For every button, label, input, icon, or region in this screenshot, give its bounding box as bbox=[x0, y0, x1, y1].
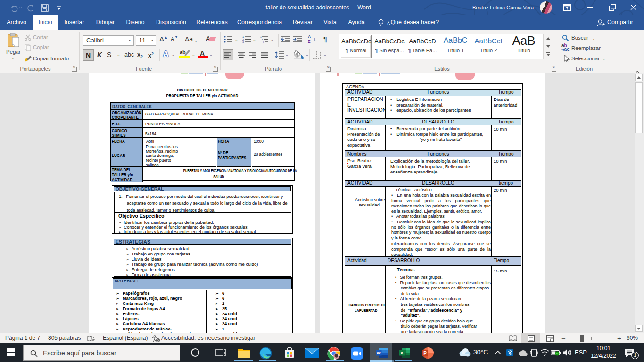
svg-text:i: i bbox=[263, 41, 264, 43]
svg-text:P: P bbox=[423, 351, 427, 356]
svg-text:X: X bbox=[400, 350, 404, 355]
svg-text:W: W bbox=[377, 350, 381, 355]
svg-text:3: 3 bbox=[242, 41, 244, 43]
